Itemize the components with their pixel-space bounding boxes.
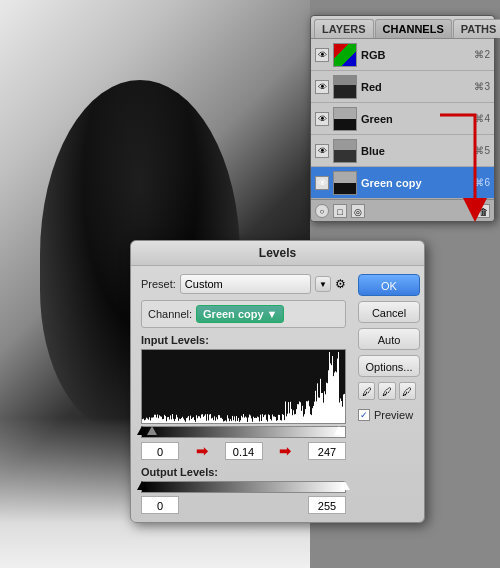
layer-row-rgb[interactable]: 👁 RGB ⌘2 xyxy=(311,39,494,71)
channel-value: Green copy xyxy=(203,308,264,320)
layer-row-green[interactable]: 👁 Green ⌘4 xyxy=(311,103,494,135)
output-levels-label: Output Levels: xyxy=(141,466,346,478)
channel-row: Channel: Green copy ▼ xyxy=(148,305,339,323)
tab-paths[interactable]: PATHS xyxy=(453,19,500,38)
auto-button[interactable]: Auto xyxy=(358,328,420,350)
output-black-value[interactable]: 0 xyxy=(141,496,179,514)
preset-dropdown-arrow[interactable]: ▼ xyxy=(315,276,331,292)
input-white-value[interactable]: 247 xyxy=(308,442,346,460)
gray-eyedropper-button[interactable]: 🖊 xyxy=(378,382,395,400)
output-slider-track[interactable] xyxy=(141,481,346,493)
layer-thumb-blue xyxy=(333,139,357,163)
load-selection-button[interactable]: ◎ xyxy=(351,204,365,218)
layer-thumb-rgb xyxy=(333,43,357,67)
layer-name-green-copy: Green copy xyxy=(361,177,470,189)
layer-shortcut-green: ⌘4 xyxy=(474,113,490,124)
layer-name-blue: Blue xyxy=(361,145,470,157)
levels-body: Preset: Custom ▼ ⚙ Channel: Green copy ▼ xyxy=(131,266,424,522)
input-levels-label: Input Levels: xyxy=(141,334,346,346)
layer-visibility-green[interactable]: 👁 xyxy=(315,112,329,126)
layer-thumb-green xyxy=(333,107,357,131)
delete-channel-button[interactable]: 🗑 xyxy=(476,204,490,218)
output-white-slider[interactable] xyxy=(340,481,350,490)
layer-visibility-green-copy[interactable]: 👁 xyxy=(315,176,329,190)
input-white-slider[interactable] xyxy=(334,426,344,435)
layer-shortcut-green-copy: ⌘6 xyxy=(474,177,490,188)
preview-row: ✓ Preview xyxy=(358,409,416,421)
layer-visibility-rgb[interactable]: 👁 xyxy=(315,48,329,62)
layer-row-red[interactable]: 👁 Red ⌘3 xyxy=(311,71,494,103)
output-black-slider[interactable] xyxy=(137,481,147,490)
layer-shortcut-rgb: ⌘2 xyxy=(474,49,490,60)
levels-main: Preset: Custom ▼ ⚙ Channel: Green copy ▼ xyxy=(131,266,354,522)
tab-channels[interactable]: CHANNELS xyxy=(375,19,452,38)
tab-layers[interactable]: LAYERS xyxy=(314,19,374,38)
input-black-value[interactable]: 0 xyxy=(141,442,179,460)
red-arrow-right: ➡ xyxy=(279,443,291,459)
preview-label: Preview xyxy=(374,409,413,421)
output-values-row: 0 255 xyxy=(141,496,346,514)
histogram-container xyxy=(141,349,346,424)
white-eyedropper-button[interactable]: 🖊 xyxy=(399,382,416,400)
tune-icon[interactable]: ⚙ xyxy=(335,277,346,291)
levels-buttons: OK Cancel Auto Options... 🖊 🖊 🖊 ✓ Previe… xyxy=(354,266,424,522)
input-values-row: 0 ➡ 0.14 ➡ 247 xyxy=(141,442,346,460)
channel-label: Channel: xyxy=(148,308,192,320)
ok-button[interactable]: OK xyxy=(358,274,420,296)
channel-select-button[interactable]: Green copy ▼ xyxy=(196,305,284,323)
preset-select[interactable]: Custom xyxy=(180,274,311,294)
layer-visibility-red[interactable]: 👁 xyxy=(315,80,329,94)
layer-name-green: Green xyxy=(361,113,470,125)
red-arrow-mid: ➡ xyxy=(196,443,208,459)
cancel-button[interactable]: Cancel xyxy=(358,301,420,323)
layer-row-green-copy[interactable]: 👁 Green copy ⌘6 xyxy=(311,167,494,199)
layer-name-rgb: RGB xyxy=(361,49,470,61)
layer-visibility-blue[interactable]: 👁 xyxy=(315,144,329,158)
channel-dropdown-arrow: ▼ xyxy=(267,308,278,320)
duplicate-channel-button[interactable]: □ xyxy=(333,204,347,218)
layer-name-red: Red xyxy=(361,81,470,93)
levels-dialog: Levels Preset: Custom ▼ ⚙ Channel: Green… xyxy=(130,240,425,523)
layer-shortcut-blue: ⌘5 xyxy=(474,145,490,156)
layer-shortcut-red: ⌘3 xyxy=(474,81,490,92)
panel-tabs: LAYERS CHANNELS PATHS ≡ xyxy=(311,16,494,39)
new-channel-button[interactable]: ○ xyxy=(315,204,329,218)
levels-title: Levels xyxy=(131,241,424,266)
layers-list: 👁 RGB ⌘2 👁 Red ⌘3 👁 Green ⌘4 👁 Blue ⌘5 xyxy=(311,39,494,199)
options-button[interactable]: Options... xyxy=(358,355,420,377)
input-gray-slider[interactable] xyxy=(147,426,157,435)
layer-thumb-red xyxy=(333,75,357,99)
layer-row-blue[interactable]: 👁 Blue ⌘5 xyxy=(311,135,494,167)
preset-row: Preset: Custom ▼ ⚙ xyxy=(141,274,346,294)
black-eyedropper-button[interactable]: 🖊 xyxy=(358,382,375,400)
panel-bottom-bar: ○ □ ◎ 🗑 xyxy=(311,199,494,221)
preset-label: Preset: xyxy=(141,278,176,290)
histogram-canvas xyxy=(142,350,345,423)
input-mid-value[interactable]: 0.14 xyxy=(225,442,263,460)
layers-panel: LAYERS CHANNELS PATHS ≡ 👁 RGB ⌘2 👁 Red ⌘… xyxy=(310,15,495,222)
input-slider-track[interactable] xyxy=(141,426,346,438)
channel-section: Channel: Green copy ▼ xyxy=(141,300,346,328)
eyedropper-row: 🖊 🖊 🖊 xyxy=(358,382,416,400)
input-black-slider[interactable] xyxy=(137,426,147,435)
preview-checkbox[interactable]: ✓ xyxy=(358,409,370,421)
layer-thumb-green-copy xyxy=(333,171,357,195)
output-white-value[interactable]: 255 xyxy=(308,496,346,514)
